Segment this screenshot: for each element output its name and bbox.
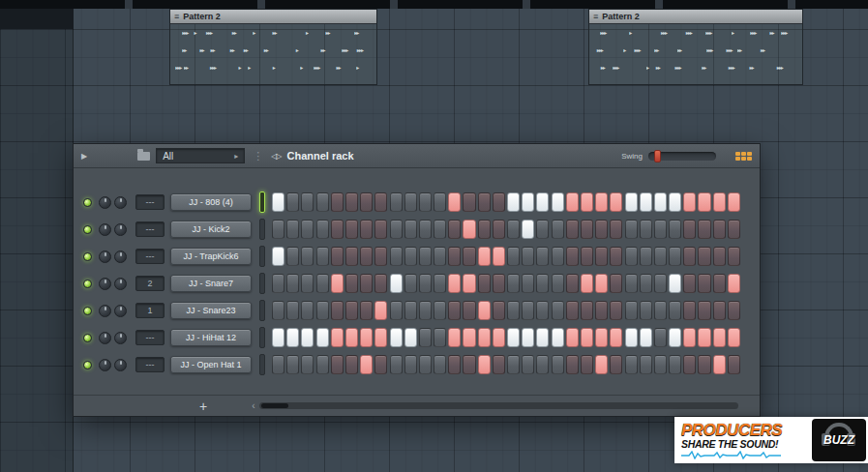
step-cell[interactable] bbox=[448, 355, 461, 374]
step-cell[interactable] bbox=[301, 274, 314, 293]
step-cell[interactable] bbox=[640, 301, 652, 320]
step-cell[interactable] bbox=[463, 328, 475, 347]
step-cell[interactable] bbox=[345, 355, 358, 374]
mixer-track-box[interactable]: --- bbox=[135, 330, 165, 345]
step-cell[interactable] bbox=[286, 328, 299, 347]
scroll-left-arrow-icon[interactable]: ‹ bbox=[252, 401, 254, 411]
step-cell[interactable] bbox=[536, 301, 549, 320]
step-cell[interactable] bbox=[610, 192, 622, 212]
step-cell[interactable] bbox=[581, 274, 593, 293]
step-cell[interactable] bbox=[360, 355, 373, 374]
step-cell[interactable] bbox=[272, 301, 284, 320]
step-cell[interactable] bbox=[434, 220, 446, 239]
step-cell[interactable] bbox=[301, 355, 314, 374]
channel-led[interactable] bbox=[83, 225, 92, 234]
step-cell[interactable] bbox=[419, 247, 432, 266]
mixer-track-box[interactable]: --- bbox=[135, 221, 165, 237]
step-cell[interactable] bbox=[713, 192, 726, 212]
step-cell[interactable] bbox=[286, 274, 299, 293]
channel-name-button[interactable]: JJ - Snare7 bbox=[170, 275, 252, 292]
step-cell[interactable] bbox=[478, 274, 491, 293]
step-cell[interactable] bbox=[448, 220, 461, 239]
step-cell[interactable] bbox=[272, 355, 284, 374]
step-cell[interactable] bbox=[390, 247, 403, 266]
step-cell[interactable] bbox=[552, 220, 564, 239]
step-cell[interactable] bbox=[360, 192, 373, 212]
channel-selector[interactable] bbox=[259, 219, 265, 240]
step-cell[interactable] bbox=[478, 192, 491, 212]
step-cell[interactable] bbox=[390, 192, 403, 212]
step-cell[interactable] bbox=[286, 355, 299, 374]
step-cell[interactable] bbox=[448, 301, 461, 320]
step-cell[interactable] bbox=[698, 355, 710, 374]
step-cell[interactable] bbox=[404, 192, 417, 212]
step-cell[interactable] bbox=[419, 355, 432, 374]
volume-knob[interactable] bbox=[114, 332, 127, 344]
step-cell[interactable] bbox=[434, 192, 446, 212]
channel-display-grid-icon[interactable] bbox=[735, 152, 752, 161]
step-cell[interactable] bbox=[272, 220, 284, 239]
volume-knob[interactable] bbox=[114, 305, 127, 317]
step-cell[interactable] bbox=[463, 274, 475, 293]
volume-knob[interactable] bbox=[114, 223, 127, 236]
step-cell[interactable] bbox=[610, 247, 622, 266]
channel-name-button[interactable]: JJ - TrapKick6 bbox=[170, 248, 252, 265]
step-cell[interactable] bbox=[272, 247, 284, 266]
step-cell[interactable] bbox=[478, 328, 491, 347]
pattern-clip-header[interactable]: ≡ Pattern 2 bbox=[589, 10, 802, 24]
step-cell[interactable] bbox=[331, 328, 344, 347]
step-cell[interactable] bbox=[625, 355, 638, 374]
channel-led[interactable] bbox=[83, 334, 92, 342]
step-cell[interactable] bbox=[404, 301, 417, 320]
step-cell[interactable] bbox=[478, 301, 491, 320]
swing-slider[interactable] bbox=[648, 152, 716, 161]
mixer-track-box[interactable]: 2 bbox=[135, 276, 165, 291]
step-cell[interactable] bbox=[448, 192, 461, 212]
step-cell[interactable] bbox=[728, 301, 740, 320]
step-cell[interactable] bbox=[536, 328, 549, 347]
step-cell[interactable] bbox=[566, 247, 579, 266]
step-cell[interactable] bbox=[345, 274, 358, 293]
step-cell[interactable] bbox=[654, 274, 667, 293]
step-cell[interactable] bbox=[566, 274, 579, 293]
step-cell[interactable] bbox=[654, 328, 667, 347]
step-cell[interactable] bbox=[713, 247, 726, 266]
pan-knob[interactable] bbox=[99, 223, 111, 236]
step-cell[interactable] bbox=[331, 355, 344, 374]
clip-menu-icon[interactable]: ≡ bbox=[174, 12, 179, 21]
channel-name-button[interactable]: JJ - Snare23 bbox=[170, 302, 252, 319]
channel-selector[interactable] bbox=[259, 327, 265, 348]
channel-selector[interactable] bbox=[259, 246, 265, 267]
step-cell[interactable] bbox=[272, 192, 284, 212]
step-cell[interactable] bbox=[493, 355, 505, 374]
step-cell[interactable] bbox=[581, 301, 593, 320]
step-cell[interactable] bbox=[316, 301, 329, 320]
channel-rack-titlebar[interactable]: ▶ All ▸ ⋮ ◁▷ Channel rack Swing bbox=[74, 144, 760, 168]
step-cell[interactable] bbox=[272, 328, 284, 347]
step-cell[interactable] bbox=[669, 247, 681, 266]
step-cell[interactable] bbox=[478, 220, 491, 239]
step-cell[interactable] bbox=[404, 274, 417, 293]
step-cell[interactable] bbox=[566, 355, 579, 374]
step-cell[interactable] bbox=[595, 355, 608, 374]
step-cell[interactable] bbox=[493, 192, 505, 212]
step-cell[interactable] bbox=[581, 220, 593, 239]
step-cell[interactable] bbox=[669, 301, 681, 320]
step-cell[interactable] bbox=[536, 220, 549, 239]
step-cell[interactable] bbox=[301, 192, 314, 212]
step-cell[interactable] bbox=[301, 301, 314, 320]
channel-led[interactable] bbox=[83, 280, 92, 288]
clip-menu-icon[interactable]: ≡ bbox=[593, 12, 598, 21]
step-cell[interactable] bbox=[625, 220, 638, 239]
step-cell[interactable] bbox=[374, 247, 387, 266]
step-cell[interactable] bbox=[272, 274, 284, 293]
step-cell[interactable] bbox=[448, 328, 461, 347]
step-cell[interactable] bbox=[728, 220, 740, 239]
step-cell[interactable] bbox=[669, 192, 681, 212]
channel-selector[interactable] bbox=[259, 300, 265, 321]
channel-led[interactable] bbox=[83, 361, 92, 369]
step-cell[interactable] bbox=[728, 247, 740, 266]
step-cell[interactable] bbox=[390, 355, 403, 374]
step-cell[interactable] bbox=[507, 247, 520, 266]
step-cell[interactable] bbox=[390, 274, 403, 293]
